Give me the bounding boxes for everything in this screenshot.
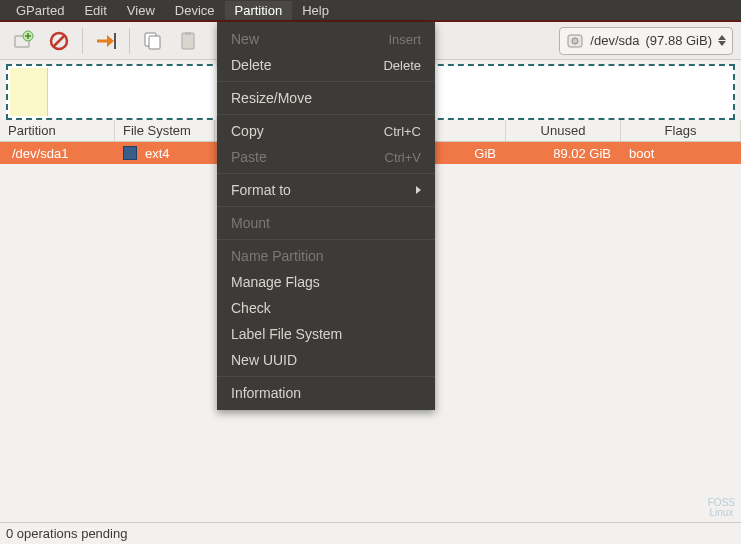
menu-item-name-partition[interactable]: Name Partition	[217, 243, 435, 269]
watermark-line2: Linux	[708, 508, 735, 518]
menu-item-label: Mount	[231, 215, 270, 231]
menu-separator	[217, 206, 435, 207]
menu-item-label: Resize/Move	[231, 90, 312, 106]
paste-button[interactable]	[174, 26, 204, 56]
paste-icon	[178, 30, 200, 52]
menu-gparted[interactable]: GParted	[6, 1, 74, 20]
toolbar-separator	[82, 28, 83, 54]
menu-item-label: Copy	[231, 123, 264, 139]
menu-item-label: Check	[231, 300, 271, 316]
menu-partition[interactable]: Partition	[225, 1, 293, 20]
svg-rect-8	[185, 32, 191, 35]
menubar: GParted Edit View Device Partition Help	[0, 0, 741, 22]
menu-separator	[217, 114, 435, 115]
device-spinner[interactable]	[718, 35, 726, 46]
cell-filesystem-label: ext4	[145, 146, 170, 161]
menu-item-copy[interactable]: Copy Ctrl+C	[217, 118, 435, 144]
column-unused[interactable]: Unused	[506, 120, 621, 141]
menu-item-paste[interactable]: Paste Ctrl+V	[217, 144, 435, 170]
menu-item-label: Information	[231, 385, 301, 401]
device-size: (97.88 GiB)	[646, 33, 712, 48]
menu-item-accel: Insert	[388, 32, 421, 47]
menu-item-format-to[interactable]: Format to	[217, 177, 435, 203]
delete-icon	[48, 30, 70, 52]
menu-item-label: Delete	[231, 57, 271, 73]
menu-separator	[217, 81, 435, 82]
svg-rect-6	[149, 36, 160, 49]
menu-device[interactable]: Device	[165, 1, 225, 20]
menu-item-resize[interactable]: Resize/Move	[217, 85, 435, 111]
device-selector[interactable]: /dev/sda (97.88 GiB)	[559, 27, 733, 55]
menu-separator	[217, 239, 435, 240]
menu-item-mount[interactable]: Mount	[217, 210, 435, 236]
menu-item-accel: Delete	[383, 58, 421, 73]
device-path: /dev/sda	[590, 33, 639, 48]
menu-item-label: Paste	[231, 149, 267, 165]
menu-item-check[interactable]: Check	[217, 295, 435, 321]
statusbar: 0 operations pending	[0, 522, 741, 544]
new-icon	[12, 30, 34, 52]
menu-item-label: Manage Flags	[231, 274, 320, 290]
menu-item-accel: Ctrl+V	[385, 150, 421, 165]
resize-move-button[interactable]	[91, 26, 121, 56]
menu-item-new-uuid[interactable]: New UUID	[217, 347, 435, 373]
menu-edit[interactable]: Edit	[74, 1, 116, 20]
statusbar-text: 0 operations pending	[6, 526, 127, 541]
toolbar-separator	[129, 28, 130, 54]
chevron-right-icon	[416, 186, 421, 194]
menu-item-label: Label File System	[231, 326, 342, 342]
fs-color-swatch	[123, 146, 137, 160]
chevron-down-icon	[718, 41, 726, 46]
menu-item-accel: Ctrl+C	[384, 124, 421, 139]
menu-item-delete[interactable]: Delete Delete	[217, 52, 435, 78]
menu-separator	[217, 173, 435, 174]
cell-filesystem: ext4	[115, 142, 215, 164]
copy-icon	[142, 30, 164, 52]
menu-item-label: New	[231, 31, 259, 47]
svg-rect-7	[182, 33, 194, 49]
column-flags[interactable]: Flags	[621, 120, 741, 141]
menu-view[interactable]: View	[117, 1, 165, 20]
menu-item-label-filesystem[interactable]: Label File System	[217, 321, 435, 347]
menu-item-label: Name Partition	[231, 248, 324, 264]
delete-partition-button[interactable]	[44, 26, 74, 56]
menu-separator	[217, 376, 435, 377]
watermark: FOSS Linux	[708, 498, 735, 518]
menu-item-information[interactable]: Information	[217, 380, 435, 406]
menu-item-manage-flags[interactable]: Manage Flags	[217, 269, 435, 295]
menu-item-label: Format to	[231, 182, 291, 198]
svg-line-3	[54, 36, 64, 46]
new-partition-button[interactable]	[8, 26, 38, 56]
disk-used-segment	[10, 68, 48, 116]
chevron-up-icon	[718, 35, 726, 40]
cell-unused: 89.02 GiB	[506, 142, 621, 164]
cell-partition: /dev/sda1	[0, 142, 115, 164]
partition-menu-dropdown: New Insert Delete Delete Resize/Move Cop…	[217, 22, 435, 410]
cell-flags: boot	[621, 142, 741, 164]
arrow-right-icon	[94, 30, 118, 52]
menu-item-new[interactable]: New Insert	[217, 26, 435, 52]
menu-help[interactable]: Help	[292, 1, 339, 20]
copy-button[interactable]	[138, 26, 168, 56]
column-filesystem[interactable]: File System	[115, 120, 215, 141]
harddisk-icon	[566, 32, 584, 50]
column-partition[interactable]: Partition	[0, 120, 115, 141]
svg-point-10	[572, 38, 578, 44]
menu-item-label: New UUID	[231, 352, 297, 368]
